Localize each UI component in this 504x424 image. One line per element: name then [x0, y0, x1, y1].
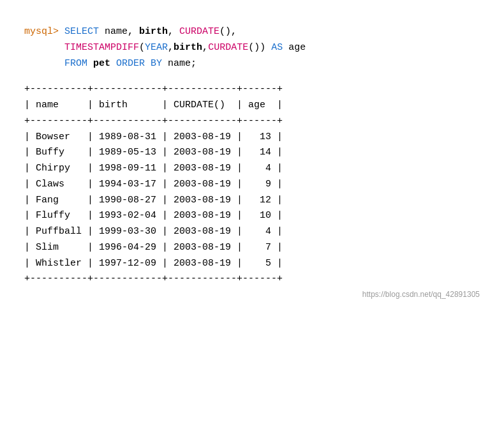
func-curdate-2: CURDATE: [208, 42, 248, 53]
func-curdate-1: CURDATE: [179, 26, 219, 37]
result-table: +----------+------------+------------+--…: [24, 82, 480, 287]
keyword-select: SELECT: [64, 26, 99, 37]
table-pet: pet: [93, 58, 110, 69]
keyword-from: FROM: [64, 58, 87, 69]
func-timestampdiff: TIMESTAMPDIFF: [64, 42, 139, 53]
field-birth-2: birth: [174, 42, 202, 53]
field-birth: birth: [139, 26, 168, 37]
keyword-as: AS: [271, 42, 283, 53]
prompt: mysql>: [24, 26, 59, 37]
sql-query: mysql> SELECT name, birth, CURDATE(), TI…: [24, 24, 480, 72]
table-content: +----------+------------+------------+--…: [24, 82, 480, 287]
watermark: https://blog.csdn.net/qq_42891305: [24, 290, 480, 299]
keyword-orderby: ORDER BY: [116, 58, 162, 69]
keyword-year: YEAR: [145, 42, 168, 53]
terminal-window: mysql> SELECT name, birth, CURDATE(), TI…: [13, 13, 491, 310]
